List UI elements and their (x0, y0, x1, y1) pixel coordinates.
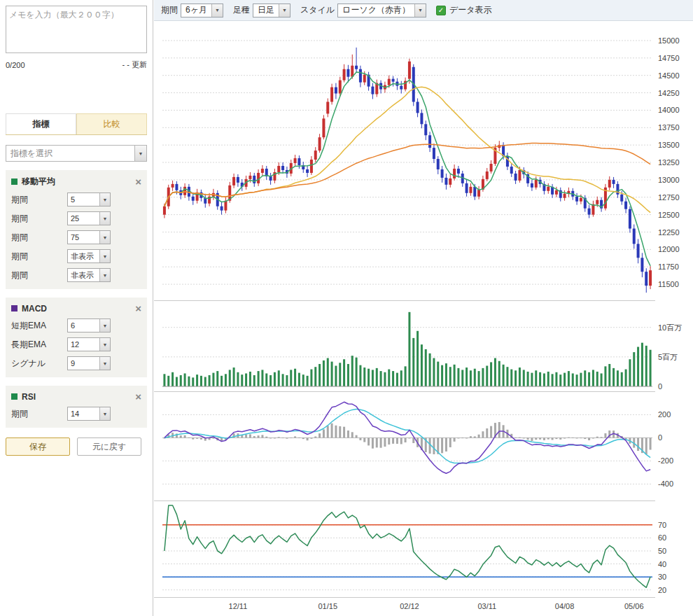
svg-text:10百万: 10百万 (658, 323, 682, 332)
chevron-down-icon: ▼ (99, 338, 110, 351)
chevron-down-icon: ▼ (99, 269, 110, 281)
data-display-checkbox[interactable]: ✓ (436, 6, 446, 15)
update-button[interactable]: - - 更新 (122, 59, 147, 70)
tab-indicators[interactable]: 指標 (6, 113, 76, 134)
rsi-color-swatch-icon (11, 393, 18, 400)
svg-text:13750: 13750 (658, 123, 680, 132)
svg-text:12/11: 12/11 (229, 602, 248, 610)
chevron-down-icon: ▼ (99, 319, 110, 332)
panel-title: RSI (22, 392, 36, 402)
svg-text:13000: 13000 (658, 176, 680, 184)
svg-text:14750: 14750 (658, 54, 680, 62)
svg-text:20: 20 (658, 586, 666, 594)
svg-text:12750: 12750 (658, 193, 680, 202)
svg-text:-200: -200 (658, 456, 673, 465)
macd-signal-select[interactable]: 9▼ (67, 356, 111, 370)
moving-average-panel: 移動平均 × 期間 5▼ 期間 25▼ 期間 75▼ 期間 非表示▼ 期間 非表… (6, 170, 147, 289)
save-button[interactable]: 保存 (6, 438, 70, 456)
reset-button[interactable]: 元に戻す (77, 438, 141, 456)
svg-text:11500: 11500 (658, 280, 679, 288)
svg-text:5百万: 5百万 (658, 353, 678, 361)
macd-fast-ema-select[interactable]: 6▼ (67, 318, 111, 332)
chevron-down-icon: ▼ (99, 231, 110, 244)
svg-text:0: 0 (658, 433, 662, 442)
ma-period-3-select[interactable]: 75▼ (67, 230, 111, 244)
tab-compare[interactable]: 比較 (76, 113, 147, 134)
chevron-down-icon: ▼ (414, 4, 426, 17)
bar-type-select[interactable]: 日足 ▼ (253, 4, 290, 18)
svg-text:60: 60 (658, 533, 666, 542)
svg-text:-400: -400 (658, 479, 673, 488)
svg-text:14500: 14500 (658, 71, 680, 80)
period-label: 期間 (161, 4, 178, 16)
panel-title: MACD (22, 304, 47, 314)
ma-period-1-select[interactable]: 5▼ (67, 192, 111, 206)
close-icon[interactable]: × (135, 176, 141, 187)
svg-text:13500: 13500 (658, 141, 680, 149)
chart-toolbar: 期間 6ヶ月 ▼ 足種 日足 ▼ スタイル ローソク（赤青） ▼ ✓ データ表示 (154, 0, 693, 21)
sidebar: 0/200 - - 更新 指標 比較 指標を選択 ▼ 移動平均 × 期間 5▼ … (0, 0, 153, 616)
svg-text:05/06: 05/06 (624, 602, 644, 610)
rsi-panel: RSI × 期間 14▼ (6, 386, 147, 428)
svg-text:03/11: 03/11 (477, 602, 496, 610)
chevron-down-icon: ▼ (99, 212, 110, 225)
svg-text:70: 70 (658, 521, 666, 529)
chart-area: 期間 6ヶ月 ▼ 足種 日足 ▼ スタイル ローソク（赤青） ▼ ✓ データ表示… (154, 0, 693, 616)
ma-color-swatch-icon (11, 178, 18, 185)
period-select[interactable]: 6ヶ月 ▼ (181, 4, 223, 18)
close-icon[interactable]: × (135, 391, 141, 402)
svg-text:01/15: 01/15 (318, 602, 337, 610)
macd-panel: MACD × 短期EMA 6▼ 長期EMA 12▼ シグナル 9▼ (6, 298, 147, 377)
chevron-down-icon: ▼ (279, 4, 290, 17)
svg-text:04/08: 04/08 (555, 602, 575, 610)
style-label: スタイル (300, 4, 335, 16)
check-icon: ✓ (438, 6, 444, 14)
panel-title: 移動平均 (22, 176, 55, 188)
chevron-down-icon: ▼ (211, 4, 223, 17)
data-display-label: データ表示 (449, 4, 492, 16)
memo-counter: 0/200 (6, 61, 25, 69)
svg-text:14250: 14250 (658, 89, 680, 97)
ma-period-2-select[interactable]: 25▼ (67, 211, 111, 225)
svg-text:12250: 12250 (658, 228, 680, 237)
svg-text:13250: 13250 (658, 158, 680, 167)
style-select[interactable]: ローソク（赤青） ▼ (337, 4, 426, 18)
chevron-down-icon: ▼ (99, 407, 110, 420)
close-icon[interactable]: × (135, 303, 141, 314)
bar-type-label: 足種 (233, 4, 250, 16)
svg-text:12500: 12500 (658, 211, 680, 219)
svg-text:02/12: 02/12 (400, 602, 419, 610)
stock-chart-canvas[interactable]: 1500014750145001425014000137501350013250… (154, 21, 693, 616)
svg-text:0: 0 (658, 382, 662, 391)
svg-text:14000: 14000 (658, 106, 680, 114)
macd-slow-ema-select[interactable]: 12▼ (67, 337, 111, 351)
chevron-down-icon: ▼ (134, 146, 146, 161)
svg-text:12000: 12000 (658, 245, 680, 253)
memo-input[interactable] (6, 6, 147, 53)
sidebar-tabs: 指標 比較 (6, 113, 147, 135)
ma-period-5-select[interactable]: 非表示▼ (67, 268, 111, 282)
macd-color-swatch-icon (11, 305, 18, 312)
svg-text:15000: 15000 (658, 36, 680, 45)
svg-text:200: 200 (658, 410, 671, 419)
svg-text:50: 50 (658, 547, 666, 555)
chevron-down-icon: ▼ (99, 357, 110, 370)
indicator-select[interactable]: 指標を選択 ▼ (6, 145, 147, 162)
svg-text:11750: 11750 (658, 262, 679, 271)
svg-text:40: 40 (658, 560, 666, 568)
chevron-down-icon: ▼ (99, 193, 110, 206)
chevron-down-icon: ▼ (99, 250, 110, 262)
ma-period-4-select[interactable]: 非表示▼ (67, 249, 111, 263)
svg-text:30: 30 (658, 573, 666, 581)
rsi-period-select[interactable]: 14▼ (67, 407, 111, 421)
